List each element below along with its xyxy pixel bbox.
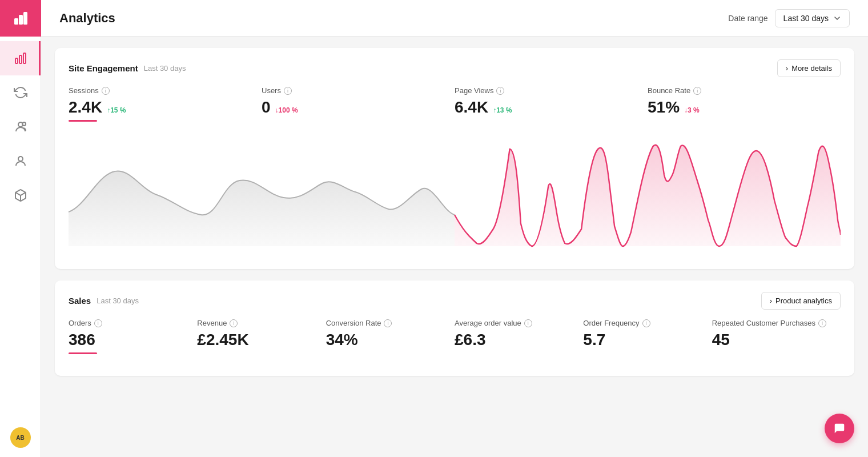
chevron-down-icon	[833, 14, 841, 22]
svg-rect-3	[15, 58, 18, 63]
sidebar-item-users[interactable]	[0, 110, 41, 144]
more-details-button[interactable]: › More details	[777, 59, 841, 77]
metric-revenue-label: Revenue i	[197, 319, 314, 327]
metric-bounce-rate-label: Bounce Rate i	[648, 86, 829, 95]
metric-bounce-rate: Bounce Rate i 51% ↓3 %	[648, 86, 841, 122]
users-info-icon[interactable]: i	[284, 87, 292, 95]
orders-underline	[69, 352, 97, 354]
metric-order-frequency: Order Frequency i 5.7	[583, 319, 712, 354]
metric-bounce-rate-value: 51% ↓3 %	[648, 98, 829, 117]
date-range-label: Date range	[728, 14, 767, 23]
metric-users-label: Users i	[262, 86, 443, 95]
metric-repeated-purchases-value: 45	[712, 331, 829, 349]
chevron-right-icon: ›	[786, 64, 788, 73]
metric-sessions-value: 2.4K ↑15 %	[69, 98, 250, 117]
sidebar-logo[interactable]	[0, 0, 41, 37]
content-area: Site Engagement Last 30 days › More deta…	[41, 37, 868, 387]
metric-order-frequency-label: Order Frequency i	[583, 319, 700, 327]
chat-icon	[833, 422, 846, 435]
sales-title: Sales	[69, 296, 91, 306]
sessions-info-icon[interactable]: i	[102, 87, 110, 95]
svg-rect-5	[23, 53, 26, 63]
page-header: Analytics Date range Last 30 days	[41, 0, 868, 37]
sales-metrics: Orders i 386 Revenue i £2.45K	[69, 319, 841, 354]
metric-repeated-purchases-label: Repeated Customer Purchases i	[712, 319, 829, 327]
sales-subtitle: Last 30 days	[97, 296, 139, 305]
order-freq-info-icon[interactable]: i	[642, 319, 650, 327]
metric-orders-label: Orders i	[69, 319, 186, 327]
metric-orders-value: 386	[69, 331, 186, 349]
site-engagement-title: Site Engagement	[69, 63, 138, 73]
orders-info-icon[interactable]: i	[94, 319, 102, 327]
svg-rect-0	[14, 18, 18, 25]
metric-avg-order-value: £6.3	[455, 331, 572, 349]
sidebar: AB	[0, 0, 41, 457]
metric-avg-order-label: Average order value i	[455, 319, 572, 327]
metric-page-views-value: 6.4K ↑13 %	[455, 98, 636, 117]
site-engagement-chart	[69, 132, 841, 258]
site-engagement-metrics: Sessions i 2.4K ↑15 % Users i	[69, 86, 841, 122]
users-change: ↓100 %	[275, 106, 298, 114]
metric-orders: Orders i 386	[69, 319, 197, 354]
avg-order-info-icon[interactable]: i	[524, 319, 532, 327]
conversion-info-icon[interactable]: i	[384, 319, 392, 327]
sidebar-bottom: AB	[10, 427, 31, 448]
metric-avg-order: Average order value i £6.3	[455, 319, 583, 354]
metric-users: Users i 0 ↓100 %	[262, 86, 455, 122]
metric-revenue: Revenue i £2.45K	[197, 319, 326, 354]
metric-users-value: 0 ↓100 %	[262, 98, 443, 117]
products-icon	[14, 189, 27, 202]
page-title: Analytics	[59, 11, 115, 26]
site-engagement-title-group: Site Engagement Last 30 days	[69, 63, 186, 73]
date-range-select[interactable]: Last 30 days	[775, 9, 850, 27]
gray-fill	[69, 171, 455, 246]
product-analytics-button[interactable]: › Product analytics	[761, 292, 841, 310]
metric-conversion-rate-label: Conversion Rate i	[326, 319, 443, 327]
metric-conversion-rate: Conversion Rate i 34%	[326, 319, 455, 354]
logo-icon	[13, 10, 29, 26]
site-engagement-subtitle: Last 30 days	[144, 64, 186, 73]
bounce-rate-info-icon[interactable]: i	[693, 87, 701, 95]
metric-order-frequency-value: 5.7	[583, 331, 700, 349]
svg-point-7	[22, 122, 26, 126]
refresh-icon	[14, 86, 27, 99]
sidebar-navigation	[0, 37, 41, 427]
metric-conversion-rate-value: 34%	[326, 331, 443, 349]
page-views-change: ↑13 %	[493, 106, 512, 114]
sidebar-item-analytics[interactable]	[0, 41, 41, 75]
bounce-rate-change: ↓3 %	[684, 106, 700, 114]
sidebar-item-refresh[interactable]	[0, 75, 41, 110]
metric-sessions-label: Sessions i	[69, 86, 250, 95]
analytics-icon	[14, 51, 27, 65]
profile-icon	[14, 154, 27, 168]
sales-card: Sales Last 30 days › Product analytics O…	[55, 280, 854, 376]
repeated-info-icon[interactable]: i	[818, 319, 826, 327]
site-engagement-header: Site Engagement Last 30 days › More deta…	[69, 59, 841, 77]
sidebar-item-products[interactable]	[0, 178, 41, 213]
svg-rect-4	[19, 55, 22, 63]
date-range-value: Last 30 days	[783, 14, 829, 23]
page-views-info-icon[interactable]: i	[496, 87, 504, 95]
chevron-right-icon-sales: ›	[770, 296, 772, 305]
product-analytics-label: Product analytics	[775, 296, 832, 305]
more-details-label: More details	[791, 64, 832, 73]
users-icon	[14, 120, 27, 134]
metric-page-views: Page Views i 6.4K ↑13 %	[455, 86, 648, 122]
metric-revenue-value: £2.45K	[197, 331, 314, 349]
metric-repeated-purchases: Repeated Customer Purchases i 45	[712, 319, 841, 354]
svg-rect-2	[23, 12, 27, 25]
chat-button[interactable]	[825, 414, 854, 443]
sessions-underline	[69, 120, 97, 122]
metric-page-views-label: Page Views i	[455, 86, 636, 95]
sales-header: Sales Last 30 days › Product analytics	[69, 292, 841, 310]
site-engagement-card: Site Engagement Last 30 days › More deta…	[55, 48, 854, 269]
svg-point-8	[18, 157, 23, 161]
sales-title-group: Sales Last 30 days	[69, 296, 139, 306]
sidebar-item-profile[interactable]	[0, 144, 41, 178]
sessions-change: ↑15 %	[107, 106, 126, 114]
date-range-container: Date range Last 30 days	[728, 9, 850, 27]
main-content: Analytics Date range Last 30 days Site E…	[41, 0, 868, 457]
metric-sessions: Sessions i 2.4K ↑15 %	[69, 86, 262, 122]
avatar[interactable]: AB	[10, 427, 31, 448]
revenue-info-icon[interactable]: i	[230, 319, 238, 327]
